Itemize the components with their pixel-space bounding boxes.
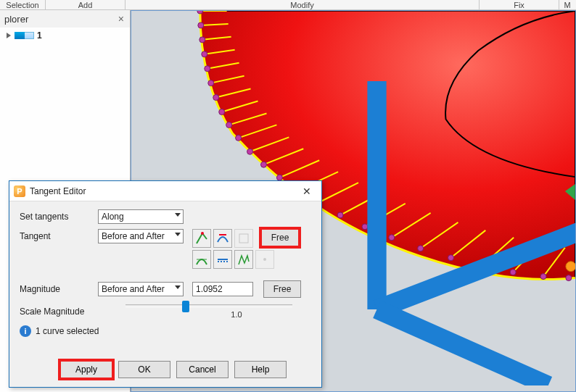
explorer-header: plorer × [0, 10, 130, 28]
slider-thumb[interactable] [182, 301, 189, 312]
flag-icon [15, 32, 25, 39]
svg-point-51 [201, 232, 204, 235]
svg-point-26 [202, 51, 207, 57]
svg-point-30 [219, 109, 225, 114]
section-selection: Selection [0, 0, 46, 10]
tangent-option-5[interactable] [213, 250, 232, 269]
svg-point-33 [247, 149, 253, 154]
tangent-free-button[interactable]: Free [261, 229, 299, 246]
magnitude-mode-combo[interactable]: Before and After [98, 282, 184, 296]
tangent-option-2[interactable] [213, 229, 232, 248]
section-modify: Modify [126, 0, 480, 10]
tangent-option-6[interactable] [234, 250, 253, 269]
close-icon[interactable]: × [118, 13, 124, 25]
dialog-title: Tangent Editor [30, 186, 297, 196]
section-edge: M [559, 0, 575, 10]
close-icon[interactable]: ✕ [297, 184, 317, 199]
explorer-title: plorer [4, 14, 28, 25]
magnitude-free-button[interactable]: Free [263, 280, 301, 298]
scale-magnitude-label: Scale Magnitude [20, 306, 98, 317]
svg-point-29 [213, 95, 219, 101]
svg-rect-53 [239, 234, 248, 243]
tangent-mode-combo[interactable]: Before and After [98, 229, 184, 243]
magnitude-input[interactable]: 1.0952 [192, 282, 253, 296]
svg-point-25 [199, 37, 205, 43]
svg-point-27 [205, 66, 210, 72]
chevron-down-icon [175, 233, 181, 236]
svg-point-31 [226, 122, 232, 128]
svg-point-23 [197, 11, 203, 14]
section-add: Add [46, 0, 126, 10]
slider-value-label: 1.0 [231, 310, 242, 319]
ok-button[interactable]: OK [118, 361, 170, 378]
tangent-option-4[interactable] [192, 250, 211, 269]
flag-outline-icon [24, 32, 34, 39]
tangent-option-3 [234, 229, 253, 248]
help-button[interactable]: Help [234, 361, 287, 378]
info-icon: i [20, 325, 31, 337]
svg-line-49 [377, 214, 577, 309]
svg-point-28 [208, 80, 214, 86]
tangent-option-7 [255, 250, 274, 269]
chevron-down-icon [175, 285, 181, 289]
explorer-tree-root[interactable]: 1 [0, 28, 130, 43]
tangent-option-1[interactable] [192, 229, 211, 248]
cancel-button[interactable]: Cancel [176, 361, 229, 378]
dialog-titlebar[interactable]: P Tangent Editor ✕ [9, 181, 321, 201]
chevron-right-icon[interactable] [4, 31, 13, 40]
ribbon-section-labels: Selection Add Modify Fix M [0, 0, 576, 10]
tree-root-label: 1 [37, 30, 42, 41]
svg-point-34 [260, 162, 266, 167]
dialog-button-row: Apply OK Cancel Help [9, 356, 321, 387]
status-text: 1 curve selected [36, 326, 99, 336]
app-icon: P [14, 185, 25, 197]
svg-point-32 [236, 135, 242, 141]
svg-line-50 [377, 309, 548, 385]
section-fix: Fix [480, 0, 559, 10]
magnitude-label: Magnitude [20, 284, 98, 294]
tangent-editor-dialog: P Tangent Editor ✕ Set tangents Along Ta… [9, 180, 322, 388]
svg-point-24 [198, 22, 204, 28]
apply-button[interactable]: Apply [60, 361, 112, 378]
svg-point-57 [263, 258, 266, 261]
set-tangents-combo[interactable]: Along [98, 209, 184, 224]
scale-magnitude-slider[interactable] [126, 304, 292, 307]
set-tangents-label: Set tangents [20, 212, 98, 222]
chevron-down-icon [175, 213, 181, 217]
tangent-label: Tangent [20, 229, 98, 241]
